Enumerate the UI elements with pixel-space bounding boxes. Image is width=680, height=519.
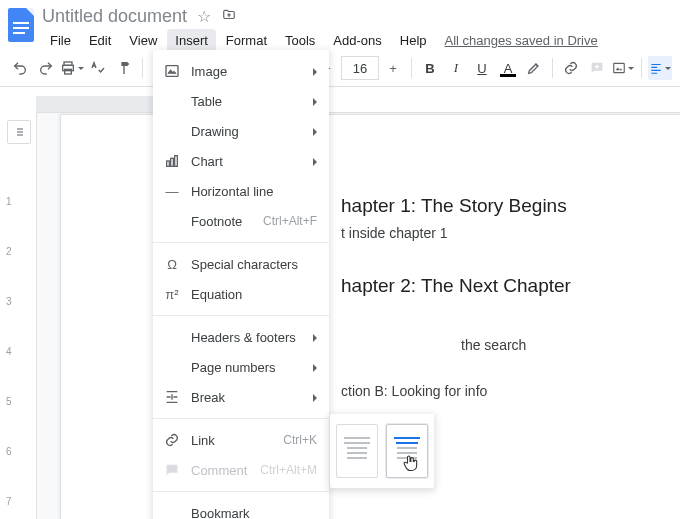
text-color-button[interactable]: A	[496, 56, 520, 80]
image-icon	[163, 63, 181, 79]
separator	[153, 491, 329, 492]
comment-icon	[163, 462, 181, 478]
menu-item-comment: CommentCtrl+Alt+M	[153, 455, 329, 485]
svg-rect-3	[614, 63, 625, 72]
menu-item-headers[interactable]: Headers & footers	[153, 322, 329, 352]
separator	[153, 315, 329, 316]
menu-tools[interactable]: Tools	[277, 29, 323, 52]
menu-item-image[interactable]: Image	[153, 56, 329, 86]
redo-button[interactable]	[34, 56, 58, 80]
vertical-ruler: 1 2 3 4 5 6 7	[0, 96, 37, 519]
menu-file[interactable]: File	[42, 29, 79, 52]
ruler-tick: 7	[6, 496, 12, 507]
save-status[interactable]: All changes saved in Drive	[445, 33, 598, 48]
toolbar: − 16 + B I U A	[0, 52, 680, 87]
underline-button[interactable]: U	[470, 56, 494, 80]
menu-edit[interactable]: Edit	[81, 29, 119, 52]
body-text: t inside chapter 1	[341, 225, 680, 241]
link-icon	[163, 432, 181, 448]
spellcheck-button[interactable]	[86, 56, 110, 80]
doc-title[interactable]: Untitled document	[42, 6, 187, 27]
menu-item-page-numbers[interactable]: Page numbers	[153, 352, 329, 382]
menu-addons[interactable]: Add-ons	[325, 29, 389, 52]
star-icon[interactable]: ☆	[197, 7, 211, 26]
docs-logo[interactable]	[8, 6, 34, 42]
menu-item-link[interactable]: LinkCtrl+K	[153, 425, 329, 455]
menu-bar: File Edit View Insert Format Tools Add-o…	[42, 29, 598, 52]
ruler-tick: 3	[6, 296, 12, 307]
align-button[interactable]	[648, 56, 672, 80]
ruler-tick: 4	[6, 346, 12, 357]
menu-item-footnote[interactable]: FootnoteCtrl+Alt+F	[153, 206, 329, 236]
separator	[142, 58, 143, 78]
menu-item-bookmark[interactable]: Bookmark	[153, 498, 329, 519]
title-bar: Untitled document ☆ File Edit View Inser…	[0, 0, 680, 52]
break-icon	[163, 389, 181, 405]
separator	[153, 242, 329, 243]
menu-item-drawing[interactable]: Drawing	[153, 116, 329, 146]
svg-rect-7	[175, 156, 178, 167]
undo-button[interactable]	[8, 56, 32, 80]
horizontal-ruler	[36, 96, 680, 113]
add-comment-button[interactable]	[585, 56, 609, 80]
italic-button[interactable]: I	[444, 56, 468, 80]
ruler-tick: 6	[6, 446, 12, 457]
print-button[interactable]	[60, 56, 84, 80]
separator	[411, 58, 412, 78]
insert-menu-dropdown: Image Table Drawing Chart ―Horizontal li…	[153, 50, 329, 519]
outline-toggle[interactable]	[7, 120, 31, 144]
menu-help[interactable]: Help	[392, 29, 435, 52]
menu-item-chart[interactable]: Chart	[153, 146, 329, 176]
separator	[153, 418, 329, 419]
font-size-inc[interactable]: +	[381, 56, 405, 80]
ruler-tick: 1	[6, 196, 12, 207]
menu-view[interactable]: View	[121, 29, 165, 52]
menu-insert[interactable]: Insert	[167, 29, 216, 52]
separator	[552, 58, 553, 78]
font-size-input[interactable]: 16	[341, 56, 379, 80]
body-text: ction B: Looking for info	[341, 383, 680, 399]
omega-icon: Ω	[163, 257, 181, 272]
heading: hapter 1: The Story Begins	[341, 195, 680, 217]
menu-item-hr[interactable]: ―Horizontal line	[153, 176, 329, 206]
move-folder-icon[interactable]	[221, 8, 237, 26]
heading: hapter 2: The Next Chapter	[341, 275, 680, 297]
horizontal-line-icon: ―	[163, 184, 181, 199]
menu-item-special-chars[interactable]: ΩSpecial characters	[153, 249, 329, 279]
svg-rect-5	[167, 161, 170, 166]
svg-rect-6	[171, 158, 174, 166]
separator	[641, 58, 642, 78]
ruler-tick: 2	[6, 246, 12, 257]
paint-format-button[interactable]	[112, 56, 136, 80]
highlight-button[interactable]	[522, 56, 546, 80]
menu-item-equation[interactable]: π²Equation	[153, 279, 329, 309]
menu-format[interactable]: Format	[218, 29, 275, 52]
pi-icon: π²	[163, 287, 181, 302]
toc-option-links[interactable]	[386, 424, 428, 478]
insert-link-button[interactable]	[559, 56, 583, 80]
body-text: the search	[341, 337, 680, 353]
menu-item-break[interactable]: Break	[153, 382, 329, 412]
toc-option-pagenumbers[interactable]	[336, 424, 378, 478]
chart-icon	[163, 153, 181, 169]
ruler-tick: 5	[6, 396, 12, 407]
toc-submenu	[330, 414, 434, 488]
bold-button[interactable]: B	[418, 56, 442, 80]
insert-image-button[interactable]	[611, 56, 635, 80]
menu-item-table[interactable]: Table	[153, 86, 329, 116]
